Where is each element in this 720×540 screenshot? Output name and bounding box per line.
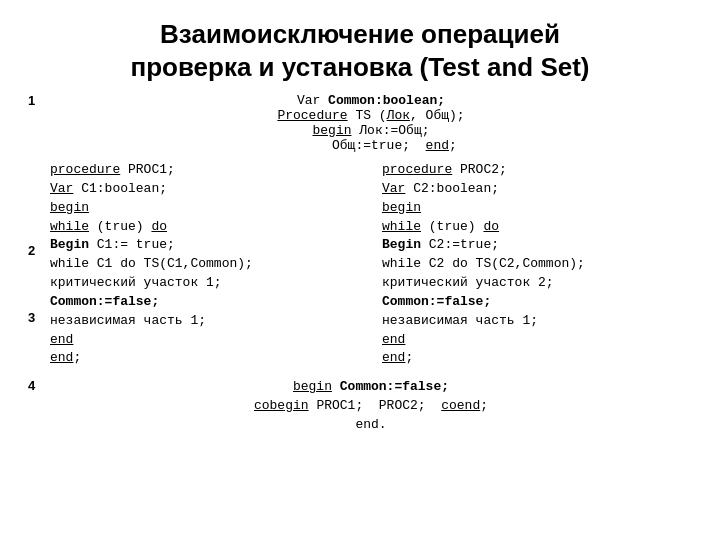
two-col-procs: 1 procedure PROC1; Var C1:boolean; begin… <box>28 161 692 368</box>
proc1-line1: procedure PROC1; <box>50 161 360 180</box>
proc1-line7: критический участок 1; <box>50 274 360 293</box>
line1-block: 1 Var Common:boolean; Procedure TS (Лок,… <box>28 93 692 153</box>
proc2-line11: end; <box>382 349 692 368</box>
proc1-line2: Var C1:boolean; <box>50 180 360 199</box>
line4-code-3: end. <box>355 416 386 435</box>
line4-block: 4 begin Common:=false; cobegin PROC1; PR… <box>28 378 692 435</box>
line1-code: Var Common:boolean; Procedure TS (Лок, О… <box>50 93 692 153</box>
proc2-line6: while C2 do TS(C2,Common); <box>382 255 692 274</box>
line1-code-3: begin Лок:=Общ; <box>312 123 429 138</box>
line1-code-2: Procedure TS (Лок, Общ); <box>277 108 464 123</box>
proc1-line4: while (true) do <box>50 218 360 237</box>
line-num-4: 4 <box>28 378 50 435</box>
proc1-line8: Common:=false; <box>50 293 360 312</box>
proc2-line10: end <box>382 331 692 350</box>
proc2-line5: Begin C2:=true; <box>382 236 692 255</box>
line-num-1: 1 <box>28 93 50 153</box>
line4-code-2: cobegin PROC1; PROC2; coend; <box>254 397 488 416</box>
line4-code-1: begin Common:=false; <box>293 378 449 397</box>
proc2-line3: begin <box>382 199 692 218</box>
line1-code-4: Общ:=true; end; <box>285 138 457 153</box>
proc2-container: 2 procedure PROC2; Var C2:boolean; begin… <box>360 161 692 368</box>
proc2-line4: while (true) do <box>382 218 692 237</box>
page: Взаимоисключение операциейпроверка и уст… <box>0 0 720 540</box>
line1-code-1: Var Common:boolean; <box>297 93 445 108</box>
proc2-code: procedure PROC2; Var C2:boolean; begin w… <box>382 161 692 368</box>
page-title: Взаимоисключение операциейпроверка и уст… <box>28 18 692 83</box>
proc1-line3: begin <box>50 199 360 218</box>
linenum-2-overlay: 2 <box>28 243 35 258</box>
proc1-line5: Begin C1:= true; <box>50 236 175 255</box>
proc2-line8: Common:=false; <box>382 293 692 312</box>
proc1-line11: end; <box>50 349 360 368</box>
linenum-3-overlay: 3 <box>28 310 35 325</box>
line4-code: begin Common:=false; cobegin PROC1; PROC… <box>50 378 692 435</box>
proc1-line6: while C1 do TS(C1,Common); <box>50 255 360 274</box>
content-area: 1 Var Common:boolean; Procedure TS (Лок,… <box>28 93 692 526</box>
proc1-container: 1 procedure PROC1; Var C1:boolean; begin… <box>28 161 360 368</box>
proc1-line10: end <box>50 331 360 350</box>
proc2-line7: критический участок 2; <box>382 274 692 293</box>
proc2-line1: procedure PROC2; <box>382 161 692 180</box>
proc2-line9: независимая часть 1; <box>382 312 692 331</box>
proc1-line9: независимая часть 1; <box>50 312 360 331</box>
proc1-line5-row: Begin C1:= true; <box>50 236 360 255</box>
proc1-code: procedure PROC1; Var C1:boolean; begin w… <box>50 161 360 368</box>
proc2-line2: Var C2:boolean; <box>382 180 692 199</box>
